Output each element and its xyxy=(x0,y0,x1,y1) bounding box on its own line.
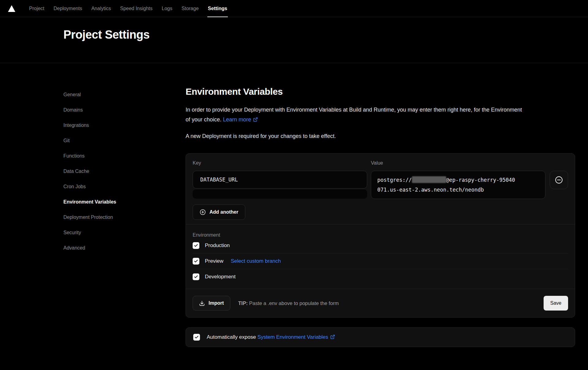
development-checkbox[interactable] xyxy=(193,273,199,280)
environment-name: Production xyxy=(205,242,230,249)
environment-name: Development xyxy=(205,274,236,280)
main-content: Environment Variables In order to provid… xyxy=(186,63,575,347)
vercel-logo-icon[interactable] xyxy=(7,0,16,17)
add-another-button[interactable]: Add another xyxy=(193,204,245,220)
plus-circle-icon xyxy=(200,209,206,215)
external-link-icon xyxy=(330,334,335,339)
auto-expose-text: Automatically expose xyxy=(207,334,256,340)
select-custom-branch-link[interactable]: Select custom branch xyxy=(231,258,281,264)
minus-circle-icon xyxy=(555,176,563,184)
page: Project Deployments Analytics Speed Insi… xyxy=(0,0,588,370)
tip-text: TIP: Paste a .env above to populate the … xyxy=(238,300,339,306)
nav-item-deployments[interactable]: Deployments xyxy=(49,0,87,17)
sidebar-item-data-cache[interactable]: Data Cache xyxy=(63,164,186,179)
value-prefix: postgres:// xyxy=(377,177,412,183)
checkmark-icon xyxy=(194,335,199,339)
settings-sidebar: General Domains Integrations Git Functio… xyxy=(63,63,186,347)
checkmark-icon xyxy=(194,259,198,263)
form-footer: Import TIP: Paste a .env above to popula… xyxy=(193,289,568,311)
preview-checkbox[interactable] xyxy=(193,258,199,265)
sidebar-item-git[interactable]: Git xyxy=(63,133,186,148)
sidebar-item-advanced[interactable]: Advanced xyxy=(63,240,186,256)
redeploy-note: A new Deployment is required for your ch… xyxy=(186,131,575,141)
intro-line2: of your choice. xyxy=(186,116,221,123)
environment-row-preview: Preview Select custom branch xyxy=(193,254,568,269)
tip-body: Paste a .env above to populate the form xyxy=(249,300,339,306)
sidebar-item-general[interactable]: General xyxy=(63,87,186,102)
learn-more-link[interactable]: Learn more xyxy=(223,116,258,123)
sidebar-item-deployment-protection[interactable]: Deployment Protection xyxy=(63,210,186,225)
production-checkbox[interactable] xyxy=(193,242,199,249)
page-title: Project Settings xyxy=(63,28,588,41)
environment-row-production: Production xyxy=(193,238,568,253)
nav-item-speed-insights[interactable]: Speed Insights xyxy=(115,0,157,17)
checkmark-icon xyxy=(194,243,198,248)
save-button[interactable]: Save xyxy=(544,296,568,311)
remove-row-button[interactable] xyxy=(550,171,568,189)
sidebar-item-environment-variables[interactable]: Environment Variables xyxy=(63,194,186,210)
nav-item-settings[interactable]: Settings xyxy=(203,0,232,17)
value-host-part1: @ep-raspy-cherry-95040 xyxy=(446,177,515,183)
value-host-part2: 071.us-east-2.aws.neon.tech/neondb xyxy=(377,187,484,193)
key-column xyxy=(193,171,367,199)
import-label: Import xyxy=(209,300,224,306)
sidebar-item-functions[interactable]: Functions xyxy=(63,148,186,164)
redacted-secret xyxy=(412,176,446,183)
intro-text: In order to provide your Deployment with… xyxy=(186,105,575,124)
top-nav: Project Deployments Analytics Speed Insi… xyxy=(0,0,588,17)
sidebar-item-integrations[interactable]: Integrations xyxy=(63,118,186,133)
auto-expose-checkbox[interactable] xyxy=(193,334,200,341)
checkmark-icon xyxy=(194,275,198,279)
tip-bold: TIP: xyxy=(238,300,248,306)
key-input[interactable] xyxy=(193,171,367,189)
key-value-row: postgres://@ep-raspy-cherry-95040071.us-… xyxy=(193,171,568,199)
nav-item-storage[interactable]: Storage xyxy=(177,0,203,17)
nav-item-logs[interactable]: Logs xyxy=(157,0,177,17)
sidebar-item-domains[interactable]: Domains xyxy=(63,102,186,118)
key-label: Key xyxy=(193,160,371,166)
system-env-link-label: System Environment Variables xyxy=(257,334,328,340)
key-input-extra-row[interactable] xyxy=(193,189,367,199)
sidebar-item-security[interactable]: Security xyxy=(63,225,186,240)
import-button[interactable]: Import xyxy=(193,296,230,311)
external-link-icon xyxy=(253,117,258,122)
env-var-form-card: Key Value postgres://@ep-raspy-cherry-95… xyxy=(186,153,575,318)
page-header: Project Settings xyxy=(0,17,588,63)
value-label: Value xyxy=(371,160,383,166)
sidebar-item-cron-jobs[interactable]: Cron Jobs xyxy=(63,179,186,194)
nav-item-project[interactable]: Project xyxy=(24,0,49,17)
intro-line1: In order to provide your Deployment with… xyxy=(186,107,522,113)
environment-label: Environment xyxy=(193,232,568,238)
learn-more-label: Learn more xyxy=(223,116,251,123)
body: General Domains Integrations Git Functio… xyxy=(0,63,588,347)
system-env-variables-link[interactable]: System Environment Variables xyxy=(257,334,335,340)
add-another-label: Add another xyxy=(209,209,238,215)
field-labels-row: Key Value xyxy=(193,160,568,166)
nav-item-analytics[interactable]: Analytics xyxy=(87,0,115,17)
download-icon xyxy=(199,300,205,306)
environment-row-development: Development xyxy=(193,269,568,284)
value-input[interactable]: postgres://@ep-raspy-cherry-95040071.us-… xyxy=(371,171,545,199)
section-title: Environment Variables xyxy=(186,86,575,97)
divider xyxy=(186,224,575,224)
environment-name: Preview xyxy=(205,258,223,264)
system-env-card: Automatically expose System Environment … xyxy=(186,327,575,347)
auto-expose-label: Automatically expose System Environment … xyxy=(207,334,335,340)
